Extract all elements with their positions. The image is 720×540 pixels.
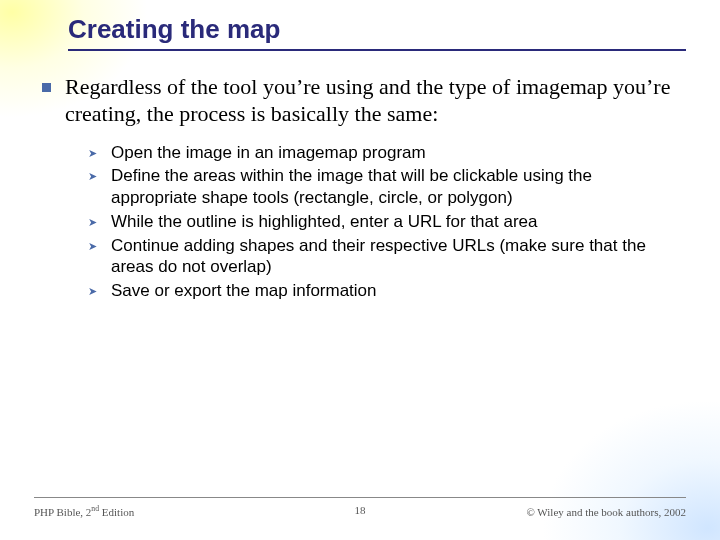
list-item: ➤ While the outline is highlighted, ente… [88,211,680,233]
slide-title: Creating the map [68,14,280,45]
footer-left: PHP Bible, 2nd Edition [34,504,134,518]
sub-item-text: Continue adding shapes and their respect… [111,235,680,279]
arrow-bullet-icon: ➤ [88,216,97,229]
footer-left-pre: PHP Bible, 2 [34,506,91,518]
sub-list: ➤ Open the image in an imagemap program … [88,142,680,302]
arrow-bullet-icon: ➤ [88,147,97,160]
arrow-bullet-icon: ➤ [88,285,97,298]
sub-item-text: While the outline is highlighted, enter … [111,211,538,233]
list-item: ➤ Save or export the map information [88,280,680,302]
list-item: ➤ Define the areas within the image that… [88,165,680,209]
arrow-bullet-icon: ➤ [88,240,97,253]
sub-item-text: Open the image in an imagemap program [111,142,426,164]
arrow-bullet-icon: ➤ [88,170,97,183]
title-underline [68,49,686,51]
footer-left-sup: nd [91,504,99,513]
footer-rule [34,497,686,498]
lead-bullet-row: Regardless of the tool you’re using and … [42,74,680,128]
footer: PHP Bible, 2nd Edition 18 © Wiley and th… [34,504,686,518]
square-bullet-icon [42,83,51,92]
list-item: ➤ Open the image in an imagemap program [88,142,680,164]
sub-item-text: Save or export the map information [111,280,377,302]
content-area: Regardless of the tool you’re using and … [42,74,680,304]
footer-page-number: 18 [355,504,366,516]
lead-text: Regardless of the tool you’re using and … [65,74,680,128]
list-item: ➤ Continue adding shapes and their respe… [88,235,680,279]
footer-right: © Wiley and the book authors, 2002 [526,506,686,518]
slide: Creating the map Regardless of the tool … [0,0,720,540]
sub-item-text: Define the areas within the image that w… [111,165,680,209]
footer-left-post: Edition [99,506,134,518]
